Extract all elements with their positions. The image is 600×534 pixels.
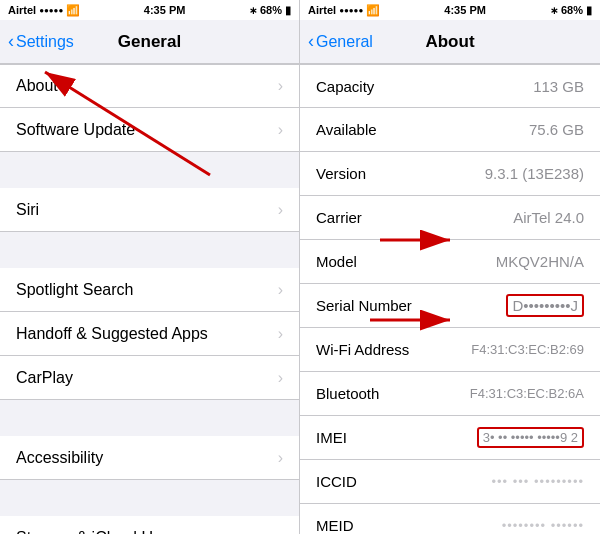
left-status-left: Airtel ●●●●● 📶 xyxy=(8,4,80,17)
carrier-value: AirTel 24.0 xyxy=(513,209,584,226)
info-available: Available 75.6 GB xyxy=(300,108,600,152)
info-serial: Serial Number D•••••••••J xyxy=(300,284,600,328)
left-time: 4:35 PM xyxy=(144,4,186,16)
version-value: 9.3.1 (13E238) xyxy=(485,165,584,182)
left-battery-icon: ▮ xyxy=(285,4,291,17)
left-signal: ●●●●● xyxy=(39,6,63,15)
model-value: MKQV2HN/A xyxy=(496,253,584,270)
software-update-label: Software Update xyxy=(16,121,278,139)
right-status-bar: Airtel ●●●●● 📶 4:35 PM ∗ 68% ▮ xyxy=(300,0,600,20)
info-imei: IMEI 3• •• ••••• •••••9 2 xyxy=(300,416,600,460)
right-wifi-icon: 📶 xyxy=(366,4,380,17)
gap-2 xyxy=(0,232,299,268)
right-time: 4:35 PM xyxy=(444,4,486,16)
list-item-storage[interactable]: Storage & iCloud Usage › xyxy=(0,516,299,534)
wifi-address-value: F4:31:C3:EC:B2:69 xyxy=(471,342,584,357)
list-item-accessibility[interactable]: Accessibility › xyxy=(0,436,299,480)
right-signal: ●●●●● xyxy=(339,6,363,15)
left-battery: 68% xyxy=(260,4,282,16)
about-chevron-icon: › xyxy=(278,77,283,95)
info-bluetooth: Bluetooth F4:31:C3:EC:B2:6A xyxy=(300,372,600,416)
right-panel: Airtel ●●●●● 📶 4:35 PM ∗ 68% ▮ ‹ General… xyxy=(300,0,600,534)
handoff-chevron-icon: › xyxy=(278,325,283,343)
spotlight-chevron-icon: › xyxy=(278,281,283,299)
left-back-chevron-icon: ‹ xyxy=(8,31,14,52)
gap-1 xyxy=(0,152,299,188)
info-iccid: ICCID ••• ••• ••••••••• xyxy=(300,460,600,504)
bluetooth-label: Bluetooth xyxy=(316,385,470,402)
available-label: Available xyxy=(316,121,529,138)
meid-label: MEID xyxy=(316,517,502,534)
list-item-siri[interactable]: Siri › xyxy=(0,188,299,232)
left-status-right: ∗ 68% ▮ xyxy=(249,4,291,17)
info-carrier: Carrier AirTel 24.0 xyxy=(300,196,600,240)
serial-label: Serial Number xyxy=(316,297,506,314)
right-status-right: ∗ 68% ▮ xyxy=(550,4,592,17)
left-back-button[interactable]: ‹ Settings xyxy=(8,31,74,52)
left-status-bar: Airtel ●●●●● 📶 4:35 PM ∗ 68% ▮ xyxy=(0,0,299,20)
software-update-chevron-icon: › xyxy=(278,121,283,139)
right-info-list: Capacity 113 GB Available 75.6 GB Versio… xyxy=(300,64,600,534)
list-item-handoff[interactable]: Handoff & Suggested Apps › xyxy=(0,312,299,356)
accessibility-chevron-icon: › xyxy=(278,449,283,467)
info-wifi-address: Wi-Fi Address F4:31:C3:EC:B2:69 xyxy=(300,328,600,372)
capacity-value: 113 GB xyxy=(533,78,584,95)
left-bluetooth-icon: ∗ xyxy=(249,5,257,16)
about-label: About xyxy=(16,77,278,95)
imei-value: 3• •• ••••• •••••9 2 xyxy=(477,427,584,448)
left-list: About › Software Update › Siri › Spotlig… xyxy=(0,64,299,534)
serial-value: D•••••••••J xyxy=(506,294,584,317)
left-carrier: Airtel xyxy=(8,4,36,16)
accessibility-label: Accessibility xyxy=(16,449,278,467)
info-capacity: Capacity 113 GB xyxy=(300,64,600,108)
storage-label: Storage & iCloud Usage xyxy=(16,529,278,535)
bluetooth-value: F4:31:C3:EC:B2:6A xyxy=(470,386,584,401)
siri-label: Siri xyxy=(16,201,278,219)
right-carrier: Airtel xyxy=(308,4,336,16)
version-label: Version xyxy=(316,165,485,182)
left-panel: Airtel ●●●●● 📶 4:35 PM ∗ 68% ▮ ‹ Setting… xyxy=(0,0,300,534)
model-label: Model xyxy=(316,253,496,270)
right-battery-icon: ▮ xyxy=(586,4,592,17)
left-nav-bar: ‹ Settings General xyxy=(0,20,299,64)
carrier-label: Carrier xyxy=(316,209,513,226)
available-value: 75.6 GB xyxy=(529,121,584,138)
right-battery: 68% xyxy=(561,4,583,16)
left-back-label: Settings xyxy=(16,33,74,51)
gap-3 xyxy=(0,400,299,436)
list-item-about[interactable]: About › xyxy=(0,64,299,108)
storage-chevron-icon: › xyxy=(278,529,283,535)
right-nav-title: About xyxy=(425,32,474,52)
meid-value: •••••••• •••••• xyxy=(502,518,584,533)
iccid-label: ICCID xyxy=(316,473,492,490)
handoff-label: Handoff & Suggested Apps xyxy=(16,325,278,343)
carplay-chevron-icon: › xyxy=(278,369,283,387)
list-item-software-update[interactable]: Software Update › xyxy=(0,108,299,152)
right-nav-bar: ‹ General About xyxy=(300,20,600,64)
left-nav-title: General xyxy=(118,32,181,52)
spotlight-label: Spotlight Search xyxy=(16,281,278,299)
right-back-label: General xyxy=(316,33,373,51)
right-bluetooth-icon: ∗ xyxy=(550,5,558,16)
wifi-address-label: Wi-Fi Address xyxy=(316,341,471,358)
right-back-chevron-icon: ‹ xyxy=(308,31,314,52)
info-meid: MEID •••••••• •••••• xyxy=(300,504,600,534)
carplay-label: CarPlay xyxy=(16,369,278,387)
list-item-spotlight[interactable]: Spotlight Search › xyxy=(0,268,299,312)
siri-chevron-icon: › xyxy=(278,201,283,219)
info-version: Version 9.3.1 (13E238) xyxy=(300,152,600,196)
imei-label: IMEI xyxy=(316,429,477,446)
right-back-button[interactable]: ‹ General xyxy=(308,31,373,52)
iccid-value: ••• ••• ••••••••• xyxy=(492,474,585,489)
list-item-carplay[interactable]: CarPlay › xyxy=(0,356,299,400)
info-model: Model MKQV2HN/A xyxy=(300,240,600,284)
right-status-left: Airtel ●●●●● 📶 xyxy=(308,4,380,17)
capacity-label: Capacity xyxy=(316,78,533,95)
left-wifi-icon: 📶 xyxy=(66,4,80,17)
gap-4 xyxy=(0,480,299,516)
